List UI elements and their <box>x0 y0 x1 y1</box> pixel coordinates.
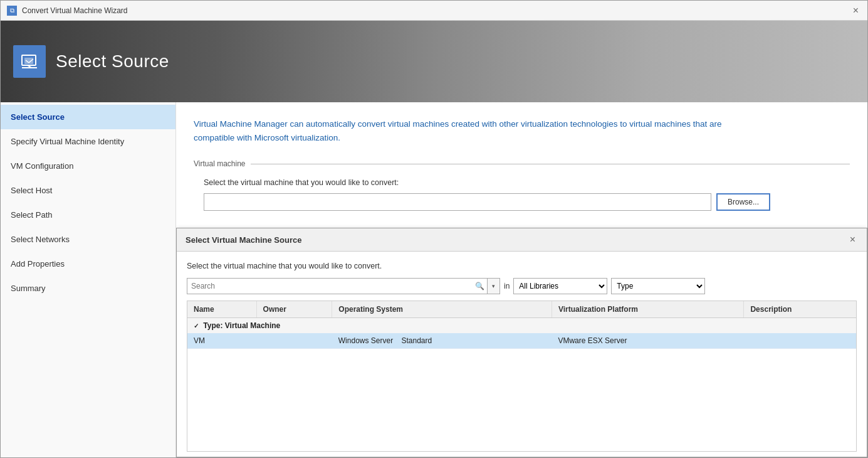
cell-owner <box>256 333 332 349</box>
group-header-row: ✓ Type: Virtual Machine <box>187 318 856 334</box>
search-icon: 🔍 <box>475 282 484 290</box>
cell-name: VM <box>187 333 256 349</box>
col-description: Description <box>744 301 856 318</box>
col-name: Name <box>187 301 256 318</box>
header-banner: Select Source <box>1 21 867 102</box>
sub-dialog-titlebar: Select Virtual Machine Source × <box>177 228 867 252</box>
sidebar-item-select-networks[interactable]: Select Networks <box>1 227 175 252</box>
browse-button[interactable]: Browse... <box>716 193 770 211</box>
filter-row: 🔍 ▾ in All Libraries Type <box>187 278 857 294</box>
title-bar-left: ⧉ Convert Virtual Machine Wizard <box>7 6 128 16</box>
sidebar-item-select-source[interactable]: Select Source <box>1 105 175 129</box>
intro-text: Virtual Machine Manager can automaticall… <box>194 117 758 144</box>
sidebar-item-specify-vm-identity[interactable]: Specify Virtual Machine Identity <box>1 129 175 154</box>
sub-dialog-title: Select Virtual Machine Source <box>186 235 301 245</box>
section-divider: Virtual machine <box>194 159 850 168</box>
sidebar: Select Source Specify Virtual Machine Id… <box>1 102 176 457</box>
results-table: Name Owner Operating System <box>187 301 856 349</box>
table-header-row: Name Owner Operating System <box>187 301 856 318</box>
cell-os: Windows Server Standard <box>332 333 552 349</box>
sub-dialog-description: Select the virtual machine that you woul… <box>187 262 857 270</box>
col-owner: Owner <box>256 301 332 318</box>
in-label: in <box>504 282 510 290</box>
sidebar-item-select-path[interactable]: Select Path <box>1 203 175 227</box>
header-icon <box>13 45 46 78</box>
sub-text: Select the virtual machine that you woul… <box>194 178 850 187</box>
content-area: Virtual Machine Manager can automaticall… <box>176 102 867 457</box>
search-icon-button[interactable]: 🔍 <box>472 279 487 294</box>
sidebar-item-vm-configuration[interactable]: VM Configuration <box>1 154 175 178</box>
input-row: Browse... <box>194 193 850 211</box>
cell-description <box>744 333 856 349</box>
window-icon: ⧉ <box>7 6 17 16</box>
sidebar-item-select-host[interactable]: Select Host <box>1 178 175 203</box>
col-virt-platform: Virtualization Platform <box>552 301 744 318</box>
sidebar-item-summary[interactable]: Summary <box>1 276 175 301</box>
col-os: Operating System <box>332 301 552 318</box>
sub-dialog-close-button[interactable]: × <box>847 235 858 245</box>
search-dropdown-button[interactable]: ▾ <box>487 279 499 294</box>
search-input[interactable] <box>187 279 472 294</box>
window-close-button[interactable]: × <box>850 6 861 16</box>
section-label: Virtual machine <box>194 159 246 168</box>
section-line <box>251 164 850 164</box>
header-title: Select Source <box>56 51 169 72</box>
group-label: ✓ Type: Virtual Machine <box>187 318 856 334</box>
table-row[interactable]: VM Windows Server Standard VMware ESX Se… <box>187 333 856 349</box>
chevron-down-icon: ▾ <box>492 283 495 289</box>
results-table-wrapper: Name Owner Operating System <box>187 301 857 452</box>
library-select[interactable]: All Libraries <box>513 278 607 294</box>
chevron-right-icon: ✓ <box>194 322 199 329</box>
sidebar-item-add-properties[interactable]: Add Properties <box>1 252 175 276</box>
window-title: Convert Virtual Machine Wizard <box>22 6 128 15</box>
sub-dialog-body: Select the virtual machine that you woul… <box>177 252 867 457</box>
main-content: Select Source Specify Virtual Machine Id… <box>1 102 867 457</box>
main-window: ⧉ Convert Virtual Machine Wizard × Selec… <box>0 0 868 458</box>
title-bar: ⧉ Convert Virtual Machine Wizard × <box>1 1 867 21</box>
search-box: 🔍 ▾ <box>187 278 500 294</box>
vm-path-input[interactable] <box>204 193 711 211</box>
sub-dialog: Select Virtual Machine Source × Select t… <box>176 228 867 457</box>
type-select[interactable]: Type <box>611 278 705 294</box>
cell-virt-platform: VMware ESX Server <box>552 333 744 349</box>
